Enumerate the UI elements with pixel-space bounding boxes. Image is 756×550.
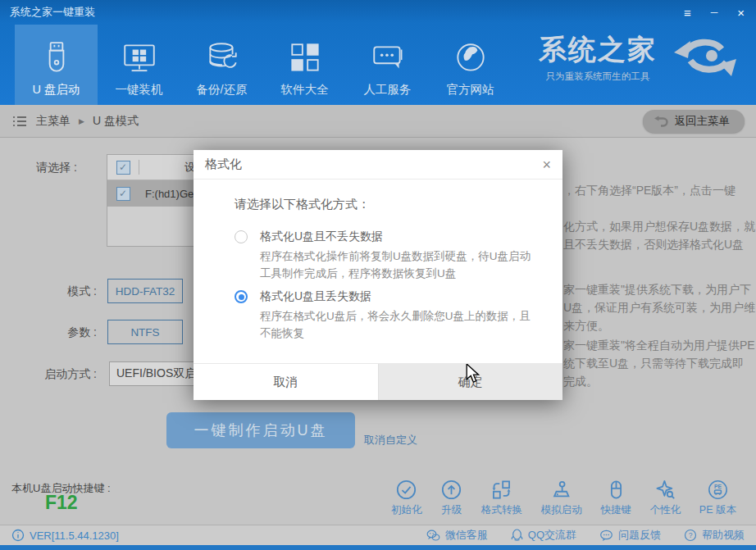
utility-toolbar: 初始化 升级 格式转换 [391,479,736,517]
feedback-link[interactable]: 问题反馈 [599,528,661,543]
tool-initialize[interactable]: 初始化 [391,479,422,517]
nav-item-backup-restore[interactable]: 备份/还原 [180,25,263,105]
dialog-titlebar: 格式化 × [194,150,562,180]
close-icon[interactable]: × [734,5,748,20]
select-all-checkbox[interactable]: ✓ [116,161,130,175]
format-dialog: 格式化 × 请选择以下格式化方式： 格式化U盘且不丢失数据 程序在格式化操作前将… [194,150,562,400]
help-video-link[interactable]: ? 帮助视频 [684,528,745,543]
option-title: 格式化U盘且不丢失数据 [260,230,546,244]
param-button[interactable]: NTFS [107,320,183,344]
database-restore-icon [203,34,241,82]
format-option-keep-data[interactable]: 格式化U盘且不丢失数据 程序在格式化操作前将复制U盘数据到硬盘，待U盘启动工具制… [235,230,546,282]
help-text-line: 化方式，如果用户想保存U盘数据，就 [563,220,756,234]
svg-text:?: ? [689,531,693,539]
pe-version-icon: PE [707,479,729,501]
select-label: 请选择 : [36,161,77,175]
footer-link-label: 微信客服 [445,528,488,543]
radio-selected[interactable] [235,290,248,303]
tool-format-convert[interactable]: 格式转换 [481,479,522,517]
window-bottom-border [0,545,756,550]
help-text-line: ，右下角选择“PE版本”，点击一键 [563,184,756,198]
boot-hotkey-value: F12 [45,492,78,514]
tool-personalize[interactable]: 个性化 [650,479,681,517]
status-bar: VER[11.5.44.1230] 微信客服 [0,525,756,545]
tool-label: 初始化 [391,503,422,517]
sparkle-magnifier-icon [654,479,676,501]
make-boot-usb-button[interactable]: 一键制作启动U盘 [166,412,355,448]
dialog-footer: 取消 确定 [194,363,562,400]
option-description: 程序在格式化操作前将复制U盘数据到硬盘，待U盘启动工具制作完成后，程序将数据恢复… [260,248,540,282]
usb-drive-icon [38,34,75,82]
minimize-icon[interactable]: ─ [708,6,722,19]
wechat-support-link[interactable]: 微信客服 [426,528,488,543]
info-icon [11,529,25,542]
question-circle-icon: ? [684,529,697,542]
tool-label: 快捷键 [600,503,631,517]
footer-link-label: 帮助视频 [702,528,745,543]
back-to-main-menu-button[interactable]: 返回主菜单 [643,110,745,133]
mouse-cursor [464,364,482,384]
dialog-prompt: 请选择以下格式化方式： [235,197,370,212]
tool-upgrade[interactable]: 升级 [440,479,462,517]
dialog-title: 格式化 [205,157,242,172]
tool-hotkey[interactable]: 快捷键 [600,479,631,517]
chat-service-icon [369,34,407,82]
tool-label: PE 版本 [699,503,736,517]
param-label: 参数 : [15,325,97,340]
version-text: VER[11.5.44.1230] [30,530,119,542]
back-button-label: 返回主菜单 [675,114,731,129]
footer-link-label: 问题反馈 [618,528,661,543]
dialog-close-icon[interactable]: × [542,157,551,172]
swoosh-arrows-icon [666,31,741,80]
nav-item-usb-boot[interactable]: U 盘启动 [15,25,98,105]
option-description: 程序在格式化U盘后，将会永久删除您U盘上的数据，且不能恢复 [260,307,540,342]
mode-button[interactable]: HDD-FAT32 [107,279,183,303]
nav-item-support[interactable]: 人工服务 [346,25,429,105]
menu-icon[interactable]: ≡ [681,5,695,20]
feedback-bubble-icon [599,530,613,542]
boot-mode-label: 启动方式 : [15,367,97,382]
breadcrumb-bar: 主菜单 ▶ U 盘模式 返回主菜单 [0,105,756,138]
tool-label: 升级 [441,503,462,517]
tool-label: 个性化 [650,503,681,517]
mouse-icon [605,479,627,501]
device-name: F:(hd1)Ge [145,188,194,200]
breadcrumb-separator-icon: ▶ [79,117,84,125]
option-title: 格式化U盘且丢失数据 [260,289,546,304]
tool-pe-version[interactable]: PE PE 版本 [699,479,736,517]
breadcrumb-current: U 盘模式 [93,114,139,129]
svg-text:PE: PE [714,484,722,489]
tool-label: 模拟启动 [541,503,582,517]
tool-simulate-boot[interactable]: 模拟启动 [541,479,582,517]
format-option-lose-data[interactable]: 格式化U盘且丢失数据 程序在格式化U盘后，将会永久删除您U盘上的数据，且不能恢复 [235,289,546,342]
monitor-windows-icon [121,34,158,82]
cancel-custom-link[interactable]: 取消自定义 [364,433,417,448]
tool-label: 格式转换 [481,503,522,517]
window-controls: ≡ ─ × [681,0,748,25]
header: 系统之家一键重装 ≡ ─ × U 盘启动 [0,0,756,105]
joystick-icon [550,479,572,501]
window-title: 系统之家一键重装 [10,5,95,20]
radio-unselected[interactable] [235,230,248,243]
qq-penguin-icon [511,529,523,542]
nav-label: 备份/还原 [196,82,247,98]
qq-group-link[interactable]: QQ交流群 [511,528,576,543]
globe-icon [452,34,490,82]
nav-item-official-site[interactable]: 官方网站 [429,25,512,105]
help-text-line: 家一键重装"提供系统下载，为用户下 [563,283,756,298]
brand: 系统之家 只为重装系统而生的工具 [536,30,741,100]
cancel-button[interactable]: 取消 [194,364,378,400]
breadcrumb-root[interactable]: 主菜单 [36,114,71,129]
brand-tagline: 只为重装系统而生的工具 [536,70,659,83]
device-checkbox[interactable]: ✓ [116,187,130,201]
titlebar: 系统之家一键重装 ≡ ─ × [0,0,756,25]
brand-logo: 系统之家 [536,33,659,66]
mode-label: 模式 : [15,284,97,299]
wechat-icon [426,530,440,542]
help-text-line: 家一键重装"将全程自动为用户提供PE [563,339,756,353]
nav-label: 一键装机 [116,82,163,98]
nav-item-one-key-install[interactable]: 一键装机 [98,25,180,105]
app-window: 系统之家一键重装 ≡ ─ × U 盘启动 [0,0,756,550]
help-text-line: 完成。 [563,375,756,389]
nav-item-software-center[interactable]: 软件大全 [263,25,346,105]
